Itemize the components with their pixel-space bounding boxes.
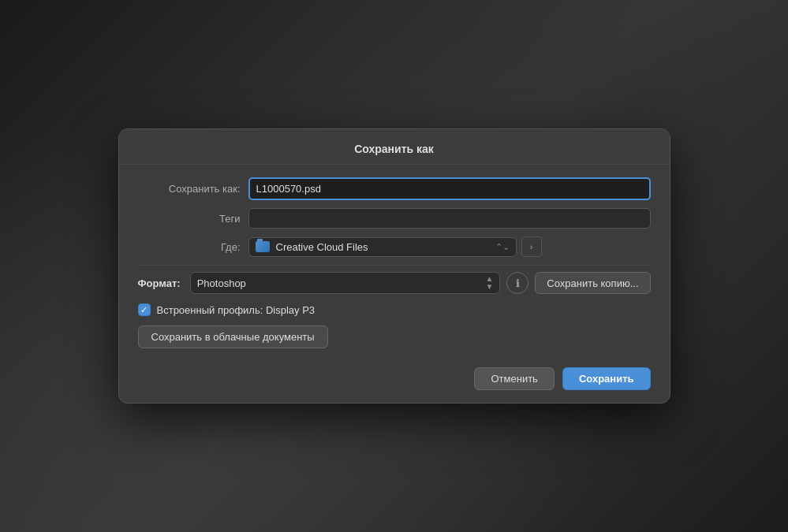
profile-checkbox-row: ✓ Встроенный профиль: Display P3 — [138, 303, 651, 316]
tags-input[interactable] — [248, 208, 651, 229]
dialog-body: Сохранить как: Теги Где: Creative Cloud … — [119, 165, 670, 403]
cancel-button[interactable]: Отменить — [474, 367, 554, 390]
format-label: Формат: — [138, 277, 181, 289]
save-as-dialog: Сохранить как Сохранить как: Теги Где: C… — [118, 128, 670, 404]
info-button[interactable]: ℹ — [506, 272, 528, 294]
checkmark-icon: ✓ — [140, 306, 148, 314]
tags-row: Теги — [138, 208, 651, 229]
chevron-updown-icon: ⌃⌄ — [495, 242, 510, 252]
save-as-row: Сохранить как: — [138, 177, 651, 200]
cloud-save-button[interactable]: Сохранить в облачные документы — [138, 326, 328, 348]
dialog-footer: Отменить Сохранить — [138, 361, 651, 390]
save-button[interactable]: Сохранить — [562, 367, 651, 390]
divider — [138, 265, 651, 266]
format-row: Формат: Photoshop ▲ ▼ ℹ Сохранить копию.… — [138, 272, 651, 294]
chevron-right-icon: › — [530, 242, 533, 251]
dialog-title-bar: Сохранить как — [119, 129, 670, 165]
format-select[interactable]: Photoshop ▲ ▼ — [190, 272, 501, 294]
location-selector[interactable]: Creative Cloud Files ⌃⌄ — [248, 237, 517, 257]
where-label: Где: — [138, 241, 241, 253]
info-icon: ℹ — [516, 277, 520, 289]
tags-label: Теги — [138, 213, 241, 225]
where-row: Где: Creative Cloud Files ⌃⌄ › — [138, 236, 651, 257]
format-value: Photoshop — [197, 277, 486, 289]
profile-checkbox[interactable]: ✓ — [138, 303, 151, 316]
folder-icon — [256, 241, 270, 252]
dialog-wrapper: Сохранить как Сохранить как: Теги Где: C… — [0, 0, 788, 532]
location-name: Creative Cloud Files — [276, 241, 491, 253]
save-as-label: Сохранить как: — [138, 183, 241, 195]
profile-checkbox-label: Встроенный профиль: Display P3 — [157, 304, 316, 316]
dialog-title: Сохранить как — [354, 143, 434, 155]
format-chevron-icon: ▲ ▼ — [485, 275, 493, 291]
location-nav-button[interactable]: › — [521, 236, 542, 257]
save-copy-button[interactable]: Сохранить копию... — [535, 272, 650, 294]
save-as-input[interactable] — [248, 177, 651, 200]
